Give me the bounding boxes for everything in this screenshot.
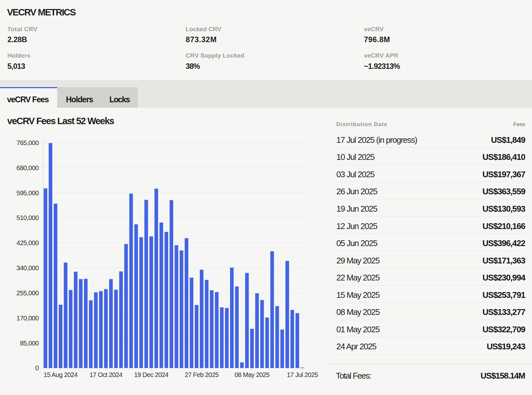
svg-text:08 May 2025: 08 May 2025 <box>235 371 270 378</box>
svg-text:27 Feb 2025: 27 Feb 2025 <box>185 371 219 378</box>
svg-text:19 Dec 2024: 19 Dec 2024 <box>134 371 169 378</box>
svg-text:765,000: 765,000 <box>16 139 39 146</box>
svg-text:680,000: 680,000 <box>16 164 39 171</box>
svg-text:0: 0 <box>35 364 39 372</box>
svg-text:170,000: 170,000 <box>16 314 39 322</box>
svg-text:15 Aug 2024: 15 Aug 2024 <box>44 371 78 378</box>
svg-text:425,000: 425,000 <box>16 239 39 246</box>
svg-text:17 Oct 2024: 17 Oct 2024 <box>90 371 122 378</box>
svg-text:595,000: 595,000 <box>16 189 39 197</box>
svg-text:510,000: 510,000 <box>16 214 39 221</box>
svg-text:17 Jul 2025: 17 Jul 2025 <box>287 371 318 378</box>
svg-text:255,000: 255,000 <box>16 289 39 297</box>
svg-text:340,000: 340,000 <box>16 264 39 271</box>
svg-text:85,000: 85,000 <box>20 339 39 347</box>
